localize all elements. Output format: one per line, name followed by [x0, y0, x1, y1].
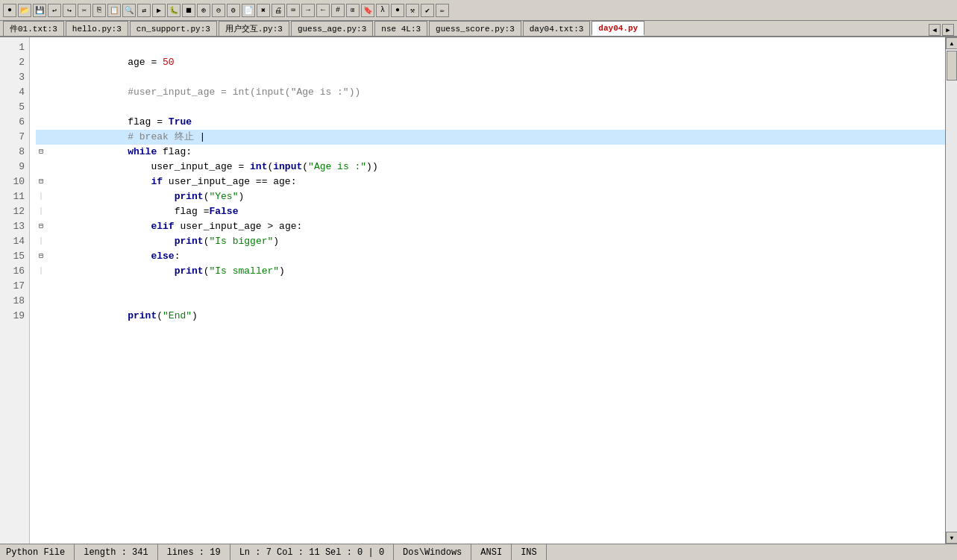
toolbar-icon-circle[interactable]: ● [3, 4, 16, 17]
tab-guess-score[interactable]: guess_score.py:3 [429, 21, 521, 36]
toolbar-icon-outdent[interactable]: ← [316, 4, 330, 17]
toolbar-icon-format[interactable]: ⌨ [286, 4, 300, 17]
encoding-label: ANSI [480, 547, 502, 558]
status-lines: lines : 19 [158, 544, 230, 560]
fold-3 [36, 70, 46, 85]
code-line-16: | print("Is smaller") [36, 264, 945, 279]
dos-label: Dos\Windows [403, 547, 462, 558]
toolbar-icon-debug[interactable]: 🐛 [167, 4, 181, 17]
toolbar-icon-replace[interactable]: ⇄ [137, 4, 151, 17]
toolbar: ● 📂 💾 ↩ ↪ ✂ ⎘ 📋 🔍 ⇄ ▶ 🐛 ⏹ ⊕ ⊖ ⚙ 📄 ✖ 🖨 ⌨ … [0, 0, 957, 21]
toolbar-icon-zoom-out[interactable]: ⊖ [212, 4, 225, 17]
tab-day04-txt[interactable]: day04.txt:3 [523, 21, 591, 36]
toolbar-icon-build[interactable]: ⚒ [406, 4, 419, 17]
status-position: Ln : 7 Col : 11 Sel : 0 | 0 [230, 544, 394, 560]
toolbar-icon-cut[interactable]: ✂ [78, 4, 91, 17]
scroll-up-button[interactable]: ▲ [946, 37, 957, 49]
fold-17 [36, 279, 46, 294]
toolbar-icon-new[interactable]: 📄 [242, 4, 255, 17]
tab-label: day04.txt:3 [530, 25, 584, 34]
toolbar-icon-bookmark[interactable]: 🔖 [361, 4, 374, 17]
toolbar-icon-undo[interactable]: ↩ [48, 4, 61, 17]
lines-label: lines : 19 [167, 547, 221, 558]
toolbar-icon-check[interactable]: ✔ [421, 4, 434, 17]
tab-day04-py[interactable]: day04.py [592, 21, 644, 36]
tab-scroll-left[interactable]: ◀ [929, 24, 941, 36]
scroll-track[interactable] [946, 49, 957, 532]
toolbar-icon-syntax[interactable]: λ [376, 4, 389, 17]
fold-4 [36, 85, 46, 100]
scroll-thumb[interactable] [947, 51, 957, 81]
toolbar-icon-uncomment[interactable]: ⌧ [346, 4, 360, 17]
toolbar-icon-redo[interactable]: ↪ [63, 4, 76, 17]
fold-16: | [36, 264, 46, 279]
fold-11: | [36, 189, 46, 204]
file-type-label: Python File [6, 547, 65, 558]
fold-19 [36, 309, 46, 324]
toolbar-icon-open[interactable]: 📂 [18, 4, 31, 17]
line-numbers: 1 2 3 4 5 6 7 8 9 10 11 12 13 14 15 16 1 [0, 37, 30, 544]
tab-用户交互[interactable]: 用户交互.py:3 [219, 21, 289, 36]
toolbar-icon-indent[interactable]: → [301, 4, 315, 17]
position-label: Ln : 7 Col : 11 Sel : 0 | 0 [239, 547, 384, 558]
tab-label: cn_support.py:3 [137, 25, 210, 34]
toolbar-icon-stop[interactable]: ⏹ [182, 4, 195, 17]
tab-label: day04.py [598, 24, 638, 33]
code-line-4: #user_input_age = int(input("Age is :")) [36, 85, 945, 100]
fold-8[interactable]: ⊟ [36, 145, 46, 160]
tab-guess-age[interactable]: guess_age.py:3 [291, 21, 373, 36]
editor-with-scrollbar: 1 2 3 4 5 6 7 8 9 10 11 12 13 14 15 16 1 [0, 37, 957, 544]
fold-5 [36, 100, 46, 115]
toolbar-icon-comment[interactable]: # [331, 4, 345, 17]
status-dos: Dos\Windows [394, 544, 471, 560]
toolbar-icon-zoom-in[interactable]: ⊕ [197, 4, 210, 17]
line-content-16: print("Is smaller") [46, 249, 945, 294]
code-line-19: print("End") [36, 309, 945, 324]
tab-件01[interactable]: 件01.txt:3 [3, 21, 64, 36]
toolbar-icon-find[interactable]: 🔍 [122, 4, 136, 17]
vertical-scrollbar[interactable]: ▲ ▼ [945, 37, 957, 544]
line-content-19: print("End") [46, 294, 945, 339]
length-label: length : 341 [84, 547, 148, 558]
toolbar-icon-print[interactable]: 🖨 [272, 4, 285, 17]
tab-navigation: ◀ ▶ [929, 24, 957, 36]
status-file-type: Python File [6, 544, 75, 560]
code-line-2: age = 50 [36, 55, 945, 70]
fold-6 [36, 115, 46, 130]
tab-cn-support[interactable]: cn_support.py:3 [130, 21, 217, 36]
toolbar-icon-copy[interactable]: ⎘ [92, 4, 106, 17]
tab-nse[interactable]: nse 4L:3 [374, 21, 427, 36]
tab-label: 用户交互.py:3 [225, 23, 283, 34]
fold-18 [36, 294, 46, 309]
status-bar: Python File length : 341 lines : 19 Ln :… [0, 544, 957, 560]
app-window: ● 📂 💾 ↩ ↪ ✂ ⎘ 📋 🔍 ⇄ ▶ 🐛 ⏹ ⊕ ⊖ ⚙ 📄 ✖ 🖨 ⌨ … [0, 0, 957, 560]
fold-13[interactable]: ⊟ [36, 219, 46, 234]
fold-12: | [36, 204, 46, 219]
toolbar-icon-settings[interactable]: ⚙ [227, 4, 240, 17]
toolbar-icon-paste[interactable]: 📋 [107, 4, 121, 17]
status-encoding: ANSI [471, 544, 512, 560]
fold-10[interactable]: ⊟ [36, 174, 46, 189]
tab-label: guess_age.py:3 [298, 25, 366, 34]
fold-9 [36, 160, 46, 174]
ins-label: INS [521, 547, 537, 558]
toolbar-icon-save[interactable]: 💾 [33, 4, 46, 17]
toolbar-icon-close-file[interactable]: ✖ [257, 4, 270, 17]
code-editor[interactable]: age = 50 #user_input_age = int(input("Ag… [30, 37, 945, 544]
tab-scroll-right[interactable]: ▶ [942, 24, 954, 36]
scroll-down-button[interactable]: ▼ [946, 532, 957, 544]
editor-body: 1 2 3 4 5 6 7 8 9 10 11 12 13 14 15 16 1 [0, 37, 945, 544]
toolbar-icon-edit[interactable]: ✏ [436, 4, 449, 17]
fold-15[interactable]: ⊟ [36, 249, 46, 264]
toolbar-icon-marker[interactable]: ● [391, 4, 404, 17]
tab-label: 件01.txt:3 [10, 23, 57, 34]
fold-14: | [36, 234, 46, 249]
fold-7 [36, 130, 46, 145]
toolbar-icon-run[interactable]: ▶ [152, 4, 166, 17]
fold-2 [36, 55, 46, 70]
tab-label: guess_score.py:3 [436, 25, 515, 34]
status-ins-mode: INS [512, 544, 547, 560]
tab-hello[interactable]: hello.py:3 [66, 21, 128, 36]
status-length: length : 341 [75, 544, 157, 560]
tab-label: nse 4L:3 [381, 25, 421, 34]
